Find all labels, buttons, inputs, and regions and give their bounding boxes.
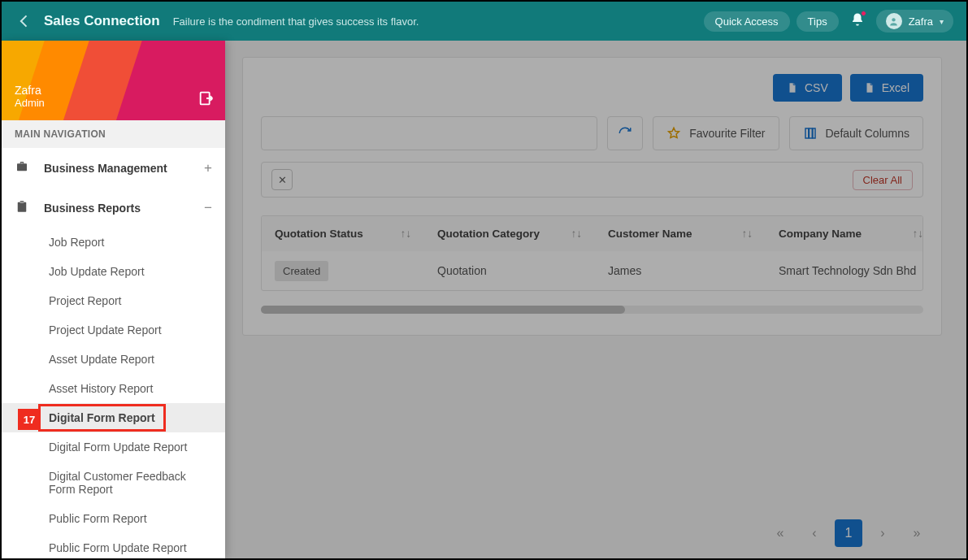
nav-business-reports[interactable]: Business Reports − <box>2 188 225 228</box>
tagline-text: Failure is the condiment that gives succ… <box>173 15 419 28</box>
step-badge: 17 <box>18 409 41 430</box>
user-name-label: Zafra <box>909 15 933 28</box>
notification-dot-icon <box>861 11 866 16</box>
nav-project-report[interactable]: Project Report <box>2 286 225 315</box>
notifications-button[interactable] <box>850 12 865 30</box>
expand-icon: + <box>204 160 212 176</box>
sidebar-user-box: Zafra Admin <box>2 41 225 120</box>
nav-business-management[interactable]: Business Management + <box>2 148 225 188</box>
collapse-icon: − <box>204 200 212 216</box>
app-header: Sales Connection Failure is the condimen… <box>2 2 966 41</box>
nav-job-report[interactable]: Job Report <box>2 228 225 257</box>
nav-section-label: MAIN NAVIGATION <box>2 120 225 148</box>
tips-button[interactable]: Tips <box>797 11 839 32</box>
nav-public-form-update-report[interactable]: Public Form Update Report <box>2 533 225 558</box>
sidebar: Zafra Admin MAIN NAVIGATION Business Man… <box>2 41 225 558</box>
user-menu[interactable]: Zafra ▾ <box>876 10 953 33</box>
chevron-down-icon: ▾ <box>940 17 944 26</box>
back-button[interactable] <box>15 11 34 31</box>
nav-list: Business Management + Business Reports −… <box>2 148 225 558</box>
clipboard-icon <box>15 199 33 216</box>
svg-point-0 <box>892 18 895 21</box>
quick-access-button[interactable]: Quick Access <box>704 11 790 32</box>
briefcase-icon <box>15 159 33 176</box>
logout-button[interactable] <box>198 89 215 111</box>
nav-job-update-report[interactable]: Job Update Report <box>2 257 225 286</box>
sidebar-user-name: Zafra <box>15 84 212 97</box>
brand-title: Sales Connection <box>44 13 160 29</box>
logout-icon <box>198 89 215 107</box>
nav-project-update-report[interactable]: Project Update Report <box>2 315 225 345</box>
nav-digital-form-report[interactable]: 17 Digital Form Report <box>2 403 225 432</box>
nav-asset-update-report[interactable]: Asset Update Report <box>2 345 225 374</box>
nav-digital-customer-feedback-form-report[interactable]: Digital Customer Feedback Form Report <box>2 462 225 504</box>
sidebar-user-role: Admin <box>15 97 212 109</box>
nav-public-form-report[interactable]: Public Form Report <box>2 504 225 533</box>
nav-digital-form-update-report[interactable]: Digital Form Update Report <box>2 432 225 462</box>
nav-asset-history-report[interactable]: Asset History Report <box>2 374 225 403</box>
avatar-icon <box>886 13 902 29</box>
